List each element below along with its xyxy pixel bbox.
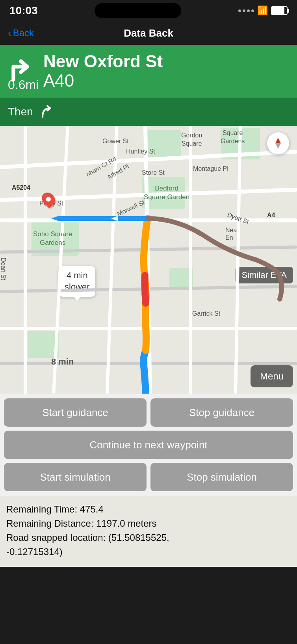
battery-icon bbox=[271, 6, 288, 15]
buttons-area: Start guidance Stop guidance Continue to… bbox=[0, 394, 297, 496]
status-time: 10:03 bbox=[9, 4, 38, 17]
direction-main: New Oxford St A40 bbox=[8, 52, 289, 91]
remaining-time: Remaining Time: 475.4 bbox=[6, 502, 291, 516]
then-label: Then bbox=[8, 105, 33, 118]
map-container[interactable]: Gower St Huntley St GordonSquare SquareG… bbox=[0, 126, 297, 394]
chevron-left-icon: ‹ bbox=[8, 28, 11, 38]
direction-road: A40 bbox=[43, 71, 163, 91]
wifi-icon: 📶 bbox=[257, 6, 268, 16]
back-button[interactable]: ‹ Back bbox=[8, 28, 34, 39]
guidance-buttons-row: Start guidance Stop guidance bbox=[4, 398, 293, 427]
map-background: Gower St Huntley St GordonSquare SquareG… bbox=[0, 126, 297, 394]
signal-icon bbox=[238, 9, 254, 12]
road-snapped-location: Road snapped location: (51.50815525,-0.1… bbox=[6, 531, 291, 559]
direction-street: New Oxford St bbox=[43, 52, 163, 71]
back-label: Back bbox=[13, 28, 34, 39]
stop-simulation-button[interactable]: Stop simulation bbox=[150, 463, 293, 491]
menu-button[interactable]: Menu bbox=[251, 365, 293, 387]
nav-bar: ‹ Back Data Back bbox=[0, 21, 297, 45]
map-location-pin bbox=[43, 192, 54, 206]
direction-banner: New Oxford St A40 0.6mi bbox=[0, 45, 297, 98]
start-guidance-button[interactable]: Start guidance bbox=[4, 398, 147, 427]
continue-waypoint-button[interactable]: Continue to next waypoint bbox=[4, 431, 293, 459]
notch bbox=[95, 3, 181, 18]
remaining-distance: Remaining Distance: 1197.0 meters bbox=[6, 516, 291, 531]
status-icons: 📶 bbox=[238, 6, 288, 16]
status-bar: 10:03 📶 bbox=[0, 0, 297, 21]
direction-distance: 0.6mi bbox=[8, 78, 39, 92]
route-overlay bbox=[0, 126, 297, 394]
page-title: Data Back bbox=[124, 27, 173, 39]
svg-marker-0 bbox=[51, 216, 59, 221]
waypoint-row: Continue to next waypoint bbox=[4, 431, 293, 459]
compass-button[interactable] bbox=[267, 132, 289, 154]
map-label-8min: 8 min bbox=[51, 357, 74, 367]
start-simulation-button[interactable]: Start simulation bbox=[4, 463, 147, 491]
info-area: Remaining Time: 475.4 Remaining Distance… bbox=[0, 496, 297, 567]
then-bar: Then bbox=[0, 98, 297, 126]
direction-text: New Oxford St A40 bbox=[43, 52, 163, 91]
simulation-buttons-row: Start simulation Stop simulation bbox=[4, 463, 293, 491]
stop-guidance-button[interactable]: Stop guidance bbox=[150, 398, 293, 427]
then-turn-icon bbox=[39, 104, 54, 119]
